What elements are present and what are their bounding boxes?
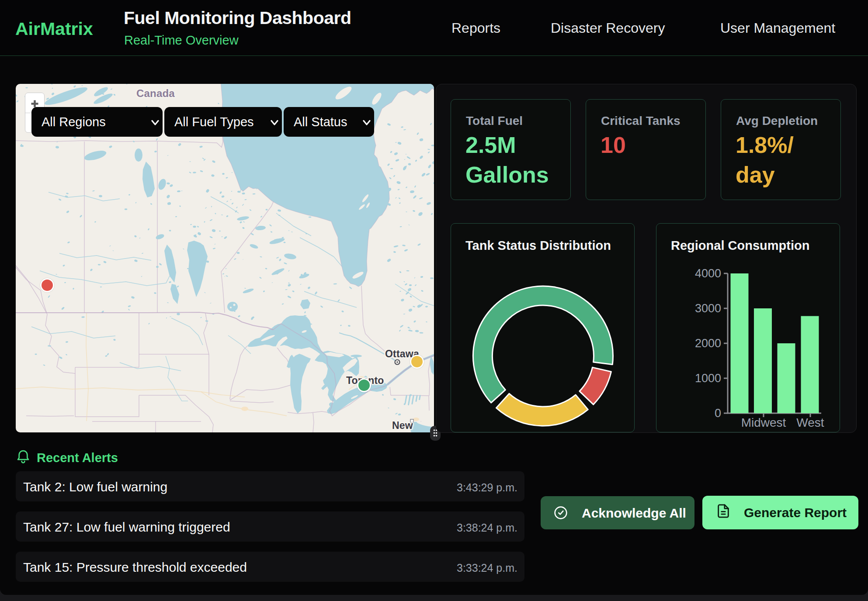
svg-text:2000: 2000 — [695, 337, 721, 350]
svg-text:0: 0 — [715, 407, 721, 420]
svg-text:3000: 3000 — [695, 302, 721, 315]
svg-text:Midwest: Midwest — [741, 416, 786, 429]
svg-text:4000: 4000 — [695, 267, 721, 280]
svg-text:1000: 1000 — [695, 372, 721, 385]
svg-text:West: West — [796, 416, 824, 429]
